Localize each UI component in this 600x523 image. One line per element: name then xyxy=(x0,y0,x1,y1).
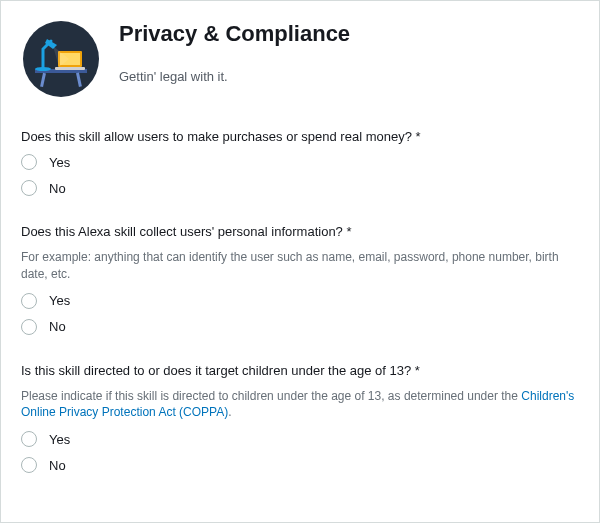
page-header: Privacy & Compliance Gettin' legal with … xyxy=(21,19,579,99)
radio-label: No xyxy=(49,319,66,334)
svg-point-7 xyxy=(35,67,51,71)
radio-label: Yes xyxy=(49,293,70,308)
radio-icon xyxy=(21,319,37,335)
svg-rect-6 xyxy=(55,67,85,70)
radio-icon xyxy=(21,457,37,473)
question-children: Is this skill directed to or does it tar… xyxy=(21,363,579,474)
radio-option-yes[interactable]: Yes xyxy=(21,431,579,447)
radio-option-no[interactable]: No xyxy=(21,319,579,335)
radio-option-yes[interactable]: Yes xyxy=(21,293,579,309)
radio-label: No xyxy=(49,181,66,196)
question-personal-info: Does this Alexa skill collect users' per… xyxy=(21,224,579,335)
helper-text: For example: anything that can identify … xyxy=(21,249,579,283)
helper-prefix: Please indicate if this skill is directe… xyxy=(21,389,521,403)
radio-icon xyxy=(21,293,37,309)
question-label: Is this skill directed to or does it tar… xyxy=(21,363,579,378)
radio-label: Yes xyxy=(49,432,70,447)
question-label: Does this skill allow users to make purc… xyxy=(21,129,579,144)
radio-label: No xyxy=(49,458,66,473)
helper-suffix: . xyxy=(228,405,231,419)
question-label: Does this Alexa skill collect users' per… xyxy=(21,224,579,239)
radio-icon xyxy=(21,154,37,170)
privacy-illustration-icon xyxy=(21,19,101,99)
radio-option-no[interactable]: No xyxy=(21,457,579,473)
radio-icon xyxy=(21,180,37,196)
radio-icon xyxy=(21,431,37,447)
page-subtitle: Gettin' legal with it. xyxy=(119,69,350,84)
radio-option-no[interactable]: No xyxy=(21,180,579,196)
helper-text: Please indicate if this skill is directe… xyxy=(21,388,579,422)
question-purchases: Does this skill allow users to make purc… xyxy=(21,129,579,196)
radio-option-yes[interactable]: Yes xyxy=(21,154,579,170)
page-title: Privacy & Compliance xyxy=(119,21,350,47)
radio-label: Yes xyxy=(49,155,70,170)
